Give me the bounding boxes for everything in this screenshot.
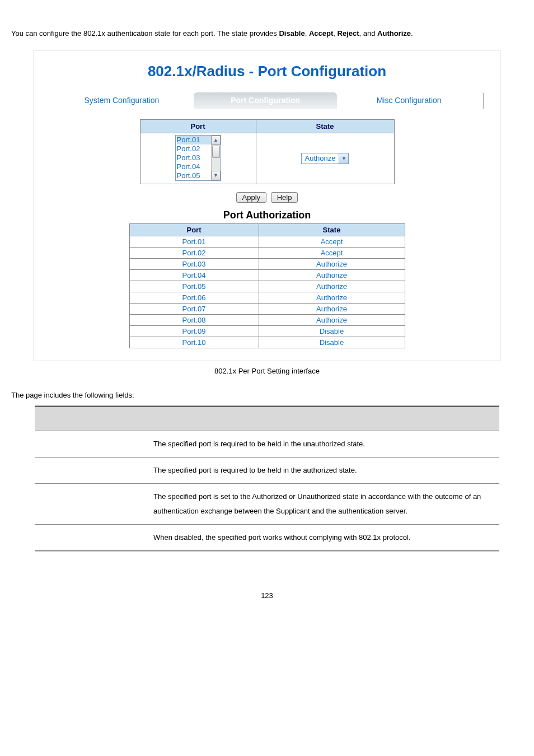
desc-disable: When disabled, the specified port works … [150, 524, 499, 551]
state-dropdown[interactable]: Authorize ▼ [301, 153, 349, 164]
auth-state-header: State [259, 223, 405, 236]
panel-title: 802.1x/Radius - Port Configuration [45, 63, 489, 80]
table-row: Disable When disabled, the specified por… [35, 524, 499, 551]
obj-disable: Disable [35, 524, 150, 551]
obj-accept: Accept [35, 457, 150, 483]
table-row: Port.05Authorize [129, 281, 405, 292]
desc-accept: The specified port is required to be hel… [150, 457, 499, 483]
table-row: Reject The specified port is required to… [35, 431, 499, 457]
help-button[interactable]: Help [271, 192, 298, 203]
scroll-thumb[interactable] [212, 146, 220, 158]
chevron-down-icon[interactable]: ▼ [339, 153, 348, 164]
fields-intro: The page includes the following fields: [11, 390, 523, 402]
intro-prefix: You can configure the 802.1x authenticat… [11, 29, 279, 38]
scroll-down-icon[interactable]: ▼ [212, 171, 221, 180]
table-row: Accept The specified port is required to… [35, 457, 499, 483]
desc-header-description: Description [150, 407, 499, 431]
state-reject: Reject [338, 29, 359, 38]
tab-misc-configuration[interactable]: Misc Configuration [337, 92, 481, 109]
auth-port-header: Port [129, 223, 259, 236]
page-number: 123 [11, 591, 523, 600]
port-header: Port [140, 119, 256, 133]
table-row: Port.04Authorize [129, 269, 405, 281]
table-row: Port.02Accept [129, 247, 405, 258]
state-accept: Accept [309, 29, 333, 38]
desc-reject: The specified port is required to be hel… [150, 431, 499, 457]
table-row: Port.03Authorize [129, 258, 405, 269]
port-config-table: Port State Port.01 Port.02 Port.03 Port.… [140, 119, 395, 184]
table-row: Port.01Accept [129, 236, 405, 247]
dropdown-value: Authorize [302, 153, 339, 163]
description-table: Object Description Reject The specified … [35, 405, 499, 552]
intro-paragraph: You can configure the 802.1x authenticat… [11, 28, 523, 40]
tab-port-configuration[interactable]: Port Configuration [194, 92, 338, 109]
state-disable: Disable [279, 29, 305, 38]
tab-label: System Configuration [84, 96, 159, 105]
desc-header-object: Object [35, 407, 150, 431]
tab-bar: System Configuration Port Configuration … [50, 92, 484, 109]
scroll-up-icon[interactable]: ▲ [212, 136, 221, 145]
figure-caption: 802.1x Per Port Setting interface [11, 367, 523, 375]
port-listbox[interactable]: Port.01 Port.02 Port.03 Port.04 Port.05 … [175, 135, 221, 181]
screenshot-panel: 802.1x/Radius - Port Configuration Syste… [34, 50, 500, 361]
table-row: Port.10Disable [129, 337, 405, 348]
obj-authorized: Authorized [35, 483, 150, 524]
apply-button[interactable]: Apply [236, 192, 267, 203]
table-row: Port.07Authorize [129, 303, 405, 314]
listbox-scrollbar[interactable]: ▲ ▼ [211, 136, 221, 180]
desc-authorized: The specified port is set to the Authori… [150, 483, 499, 524]
tab-system-configuration[interactable]: System Configuration [50, 92, 194, 109]
table-row: Port.06Authorize [129, 292, 405, 303]
obj-reject: Reject [35, 431, 150, 457]
tab-label: Port Configuration [231, 96, 300, 105]
table-row: Port.09Disable [129, 325, 405, 337]
state-authorize: Authorize [377, 29, 411, 38]
tab-label: Misc Configuration [377, 96, 442, 105]
port-authorization-table: Port State Port.01Accept Port.02Accept P… [129, 223, 405, 348]
port-authorization-heading: Port Authorization [45, 209, 489, 221]
table-row: Port.08Authorize [129, 314, 405, 325]
table-row: Authorized The specified port is set to … [35, 483, 499, 524]
state-header: State [256, 119, 394, 133]
